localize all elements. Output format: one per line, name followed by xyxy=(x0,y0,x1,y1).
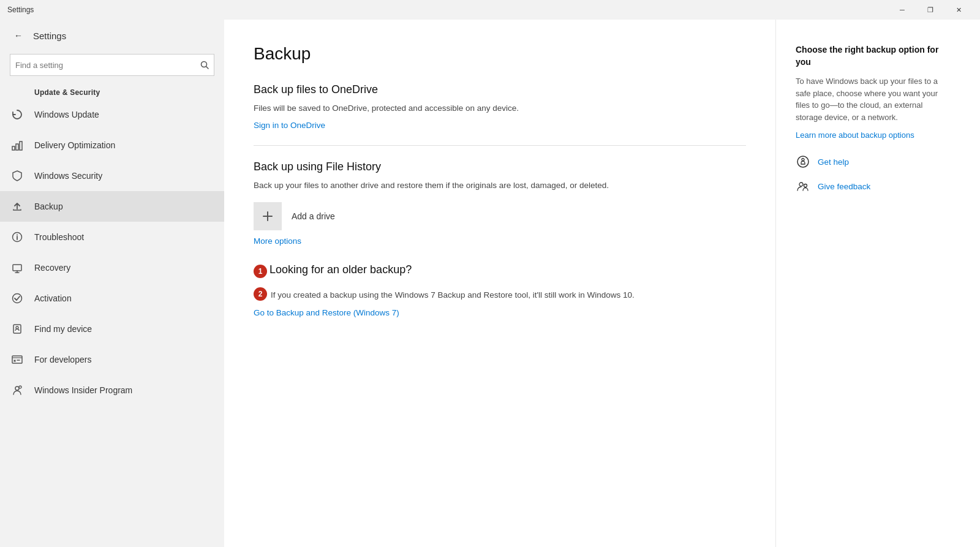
sidebar-top: ← Settings xyxy=(0,20,224,49)
sign-in-onedrive-link[interactable]: Sign in to OneDrive xyxy=(254,121,325,130)
learn-more-link[interactable]: Learn more about backup options xyxy=(796,130,940,140)
file-history-section-title: Back up using File History xyxy=(254,160,746,173)
get-help-icon xyxy=(796,154,810,169)
app-body: ← Settings Update & Security xyxy=(0,20,980,547)
sidebar-item-troubleshoot[interactable]: Troubleshoot xyxy=(0,222,224,252)
svg-point-19 xyxy=(15,387,19,390)
sidebar-app-title: Settings xyxy=(33,31,66,41)
older-backup-section: 1 Looking for an older backup? 2If you c… xyxy=(254,263,746,318)
windows-update-icon xyxy=(10,107,24,122)
add-drive-label: Add a drive xyxy=(292,211,335,221)
sidebar-item-windows-update[interactable]: Windows Update xyxy=(0,99,224,130)
page-title: Backup xyxy=(254,44,746,64)
titlebar-title: Settings xyxy=(7,6,34,14)
older-backup-description: 2If you created a backup using the Windo… xyxy=(254,289,746,302)
give-feedback-icon xyxy=(796,179,810,194)
badge-1: 1 xyxy=(254,265,267,278)
activation-icon xyxy=(10,291,24,306)
svg-point-11 xyxy=(13,294,22,303)
find-device-icon xyxy=(10,322,24,336)
right-panel-title: Choose the right backup option for you xyxy=(796,44,940,68)
backup-icon xyxy=(10,199,24,214)
sidebar-item-label-delivery-optimization: Delivery Optimization xyxy=(34,140,115,150)
add-drive-icon xyxy=(254,202,282,230)
titlebar: Settings ─ ❐ ✕ xyxy=(0,0,980,20)
sidebar-item-windows-security[interactable]: Windows Security xyxy=(0,160,224,191)
divider-1 xyxy=(254,145,746,146)
older-backup-title: Looking for an older backup? xyxy=(270,263,412,276)
svg-line-1 xyxy=(206,67,209,69)
delivery-optimization-icon xyxy=(10,138,24,153)
svg-rect-8 xyxy=(13,265,21,271)
sidebar-item-activation[interactable]: Activation xyxy=(0,283,224,314)
windows-insider-icon xyxy=(10,383,24,398)
search-box-wrapper xyxy=(0,49,224,83)
sidebar-item-label-for-developers: For developers xyxy=(34,355,91,364)
sidebar-item-delivery-optimization[interactable]: Delivery Optimization xyxy=(0,130,224,160)
sidebar: ← Settings Update & Security xyxy=(0,20,224,547)
maximize-button[interactable]: ❐ xyxy=(916,0,944,20)
search-input[interactable] xyxy=(15,61,200,70)
svg-rect-3 xyxy=(16,144,18,150)
sidebar-item-for-developers[interactable]: For developers xyxy=(0,344,224,375)
search-icon-button[interactable] xyxy=(200,61,209,69)
backup-restore-link[interactable]: Go to Backup and Restore (Windows 7) xyxy=(254,308,399,317)
get-help-label[interactable]: Get help xyxy=(818,157,849,167)
sidebar-item-label-recovery: Recovery xyxy=(34,263,70,273)
windows-security-icon xyxy=(10,168,24,183)
sidebar-item-backup[interactable]: Backup xyxy=(0,191,224,222)
sidebar-item-recovery[interactable]: Recovery xyxy=(0,252,224,283)
titlebar-controls: ─ ❐ ✕ xyxy=(888,0,973,20)
file-history-description: Back up your files to another drive and … xyxy=(254,179,746,192)
minimize-button[interactable]: ─ xyxy=(888,0,916,20)
troubleshoot-icon xyxy=(10,230,24,244)
sidebar-item-label-find-device: Find my device xyxy=(34,324,92,334)
sidebar-item-windows-insider[interactable]: Windows Insider Program xyxy=(0,375,224,406)
sidebar-item-find-device[interactable]: Find my device xyxy=(0,314,224,344)
svg-point-23 xyxy=(797,156,809,167)
right-panel: Choose the right backup option for you T… xyxy=(775,20,959,547)
close-button[interactable]: ✕ xyxy=(944,0,973,20)
right-panel-description: To have Windows back up your files to a … xyxy=(796,75,940,123)
onedrive-section-title: Back up files to OneDrive xyxy=(254,83,746,96)
svg-rect-4 xyxy=(20,141,22,150)
sidebar-item-label-windows-insider: Windows Insider Program xyxy=(34,385,132,395)
svg-rect-2 xyxy=(12,146,15,150)
get-help-item[interactable]: Get help xyxy=(796,154,940,169)
give-feedback-item[interactable]: Give feedback xyxy=(796,179,940,194)
main-content: Backup Back up files to OneDrive Files w… xyxy=(224,20,775,547)
section-label: Update & Security xyxy=(0,83,224,99)
search-icon xyxy=(200,61,209,69)
svg-rect-14 xyxy=(12,356,22,363)
recovery-icon xyxy=(10,260,24,275)
more-options-link[interactable]: More options xyxy=(254,236,301,246)
badge-2: 2 xyxy=(254,287,267,301)
svg-point-26 xyxy=(804,184,807,187)
sidebar-item-label-windows-update: Windows Update xyxy=(34,110,99,119)
svg-point-7 xyxy=(17,235,18,236)
titlebar-left: Settings xyxy=(7,6,34,14)
give-feedback-label[interactable]: Give feedback xyxy=(818,182,870,191)
sidebar-item-label-backup: Backup xyxy=(34,202,63,211)
sidebar-item-label-windows-security: Windows Security xyxy=(34,171,102,181)
onedrive-description: Files will be saved to OneDrive, protect… xyxy=(254,102,746,115)
search-box xyxy=(10,54,214,76)
svg-point-20 xyxy=(19,386,21,388)
svg-point-25 xyxy=(799,183,803,186)
older-backup-header: 1 Looking for an older backup? xyxy=(254,263,746,282)
svg-point-24 xyxy=(802,159,804,161)
for-developers-icon xyxy=(10,352,24,367)
add-drive-button[interactable]: Add a drive xyxy=(254,202,746,230)
content-area: Backup Back up files to OneDrive Files w… xyxy=(224,20,980,547)
sidebar-item-label-troubleshoot: Troubleshoot xyxy=(34,232,84,242)
sidebar-item-label-activation: Activation xyxy=(34,293,72,303)
back-button[interactable]: ← xyxy=(10,27,27,44)
